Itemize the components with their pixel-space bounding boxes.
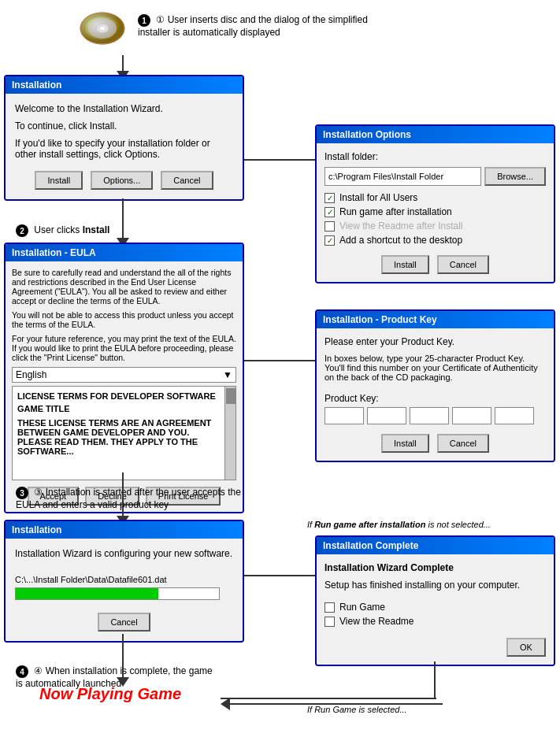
complete-run-game-box[interactable]: [325, 602, 335, 613]
welcome-line3: If you'd like to specify your installati…: [15, 138, 233, 160]
product-key-field-1[interactable]: [325, 407, 364, 424]
product-key-install-button[interactable]: Install: [381, 434, 429, 453]
dialog-product-key: Installation - Product Key Please enter …: [315, 309, 555, 462]
complete-run-game-label: Run Game: [339, 602, 385, 613]
arrow5-down: [117, 472, 129, 525]
check-shortcut-label: Add a shortcut to the desktop: [339, 235, 462, 246]
eula-dropdown-arrow: ▼: [223, 369, 232, 380]
check-shortcut-box[interactable]: ✓: [325, 235, 335, 246]
check-all-users-box[interactable]: ✓: [325, 193, 335, 203]
check-all-users-label: Install for All Users: [339, 192, 417, 203]
welcome-options-button[interactable]: Options...: [91, 171, 153, 190]
eula-subtitle: GAME TITLE: [17, 404, 218, 413]
product-key-field-5[interactable]: [495, 407, 534, 424]
welcome-line2: To continue, click Install.: [15, 120, 233, 132]
hline-complete-left: [221, 698, 436, 699]
product-key-section: Product Key:: [325, 393, 546, 424]
complete-view-readme-label: View the Readme: [339, 616, 414, 627]
installing-progress-bar: [15, 587, 220, 600]
complete-ok-button[interactable]: OK: [506, 638, 546, 657]
dialog-complete: Installation Complete Installation Wizar…: [315, 535, 555, 666]
eula-line2: You will not be able to access this prod…: [12, 310, 236, 329]
dialog-product-key-title: Installation - Product Key: [317, 311, 554, 328]
dialog-welcome-title: Installation: [6, 76, 243, 94]
check-view-readme-row: View the Readme after Install: [325, 220, 546, 232]
installing-filepath: C:\...\Install Folder\Data\Datafile601.d…: [15, 575, 233, 584]
step3-circle: 3: [16, 487, 28, 499]
step1-label: 1 ① User inserts disc and the dialog of …: [138, 14, 374, 38]
arrow7-down: [117, 634, 129, 687]
dialog-installing-title: Installation: [6, 521, 243, 539]
step1-circle: 1: [138, 14, 150, 27]
install-folder-input[interactable]: [325, 167, 481, 186]
arrow3-down: [117, 198, 129, 247]
vline-complete-down: [434, 661, 436, 699]
eula-intro: Be sure to carefully read and understand…: [12, 268, 236, 306]
dialog-complete-title: Installation Complete: [317, 537, 554, 554]
step3-label: 3 ③ Installation is started after the us…: [16, 487, 244, 510]
install-folder-label: Install folder:: [325, 151, 546, 162]
complete-run-game-row: Run Game: [325, 602, 546, 613]
cd-icon: [79, 6, 126, 52]
complete-view-readme-row: View the Readme: [325, 616, 546, 627]
eula-line3: For your future reference, you may print…: [12, 334, 236, 362]
eula-scrollbar[interactable]: [224, 387, 235, 480]
installing-cancel-button[interactable]: Cancel: [98, 613, 150, 632]
product-key-field-2[interactable]: [367, 407, 406, 424]
eula-language-dropdown[interactable]: English ▼: [12, 367, 236, 383]
eula-language-value: English: [16, 369, 46, 380]
step2-circle: 2: [16, 224, 28, 237]
dialog-eula-title: Installation - EULA: [6, 244, 243, 261]
product-key-cancel-button[interactable]: Cancel: [437, 434, 489, 453]
check-view-readme-box[interactable]: [325, 221, 335, 232]
step2-label: 2 User clicks Install: [16, 224, 109, 237]
product-key-label: Product Key:: [325, 393, 379, 404]
browse-button[interactable]: Browse...: [484, 167, 546, 186]
product-key-field-4[interactable]: [452, 407, 491, 424]
product-key-inputs: [325, 407, 546, 424]
dialog-options-title: Installation Options: [317, 126, 554, 143]
check-run-game-box[interactable]: ✓: [325, 207, 335, 217]
product-key-field-3[interactable]: [410, 407, 449, 424]
options-install-button[interactable]: Install: [381, 255, 429, 274]
dialog-installation-options: Installation Options Install folder: Bro…: [315, 124, 555, 283]
complete-line1: Installation Wizard Complete: [325, 562, 546, 573]
dialog-installation-welcome: Installation Welcome to the Installation…: [4, 75, 244, 201]
welcome-cancel-button[interactable]: Cancel: [161, 171, 213, 190]
complete-view-readme-box[interactable]: [325, 617, 335, 627]
options-cancel-button[interactable]: Cancel: [437, 255, 489, 274]
check-shortcut-row: ✓ Add a shortcut to the desktop: [325, 235, 546, 246]
eula-textbox: LICENSE TERMS FOR DEVELOPER SOFTWARE GAM…: [12, 386, 236, 480]
step4-circle: 4: [16, 665, 28, 678]
dialog-installing: Installation Installation Wizard is conf…: [4, 520, 244, 643]
now-playing-text: Now Playing Game: [39, 685, 181, 703]
complete-line2: Setup has finished installing on your co…: [325, 580, 546, 591]
product-key-line2: In boxes below, type your 25-character P…: [325, 354, 546, 382]
installing-line1: Installation Wizard is configuring your …: [15, 548, 233, 559]
check-view-readme-label: View the Readme after Install: [339, 220, 463, 232]
check-run-game-row: ✓ Run game after installation: [325, 206, 546, 217]
note-run-selected: If Run Game is selected...: [307, 705, 407, 714]
eula-heading: LICENSE TERMS FOR DEVELOPER SOFTWARE: [17, 391, 218, 401]
welcome-install-button[interactable]: Install: [35, 171, 83, 190]
svg-point-4: [100, 27, 105, 30]
installing-progress-fill: [16, 588, 158, 599]
product-key-line1: Please enter your Product Key.: [325, 336, 546, 347]
check-run-game-label: Run game after installation: [339, 206, 452, 217]
check-all-users-row: ✓ Install for All Users: [325, 192, 546, 203]
note-no-run: If Run game after installation is not se…: [307, 520, 551, 529]
welcome-line1: Welcome to the Installation Wizard.: [15, 103, 233, 114]
eula-body: THESE LICENSE TERMS ARE AN AGREEMENT BET…: [17, 418, 218, 456]
